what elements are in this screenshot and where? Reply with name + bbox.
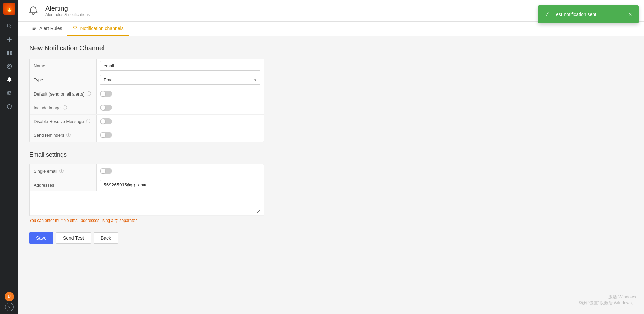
form-row-name: Name [30,59,264,73]
addresses-hint: You can enter multiple email addresses u… [29,218,633,223]
page-title: Alerting [45,5,90,12]
sidebar-item-create[interactable] [3,34,16,46]
info-icon-send-reminders[interactable]: ⓘ [66,132,71,138]
main-content: Alerting Alert rules & notifications Ale… [18,0,644,314]
svg-point-9 [8,66,10,67]
sidebar-item-search[interactable] [3,20,16,32]
email-settings-title: Email settings [29,151,633,159]
toggle-disable-resolve[interactable] [100,118,112,124]
tab-notification-channels[interactable]: Notification channels [67,22,129,36]
info-icon-disable-resolve[interactable]: ⓘ [86,118,90,124]
save-button[interactable]: Save [29,232,53,244]
svg-rect-7 [10,53,12,55]
value-type: Email [97,73,264,87]
section-title: New Notification Channel [29,44,633,52]
form-row-default: Default (send on all alerts) ⓘ [30,87,264,101]
svg-rect-6 [7,53,9,55]
header-icon [26,4,40,17]
form-row-include-image: Include image ⓘ [30,101,264,115]
value-send-reminders [97,130,264,140]
sidebar-item-dashboards[interactable] [3,47,16,59]
sidebar-item-shield[interactable] [3,101,16,113]
back-button[interactable]: Back [94,232,118,244]
button-row: Save Send Test Back [29,232,633,244]
send-test-button[interactable]: Send Test [56,232,91,244]
label-type: Type [30,73,97,87]
watermark-line1: 激活 Windows [579,294,636,300]
info-icon-single-email[interactable]: ⓘ [59,168,64,174]
toast-check-icon: ✓ [545,11,550,18]
type-select[interactable]: Email [100,75,260,85]
toast-message: Test notification sent [554,12,596,17]
svg-point-8 [7,64,11,69]
sidebar-bottom: U ? [5,292,14,311]
label-disable-resolve: Disable Resolve Message ⓘ [30,115,97,128]
form-row-addresses: Addresses 569265915@qq.com [30,178,264,216]
value-single-email [97,166,264,176]
tab-notification-channels-label: Notification channels [80,26,123,31]
user-avatar[interactable]: U [5,292,14,301]
tab-alert-rules-label: Alert Rules [39,26,62,31]
value-addresses: 569265915@qq.com [97,178,264,215]
page-subtitle: Alert rules & notifications [45,12,90,17]
label-addresses: Addresses [30,178,97,191]
sidebar-item-explore[interactable] [3,60,16,72]
toggle-single-email[interactable] [100,168,112,174]
form-row-send-reminders: Send reminders ⓘ [30,128,264,142]
svg-point-10 [9,92,10,94]
toggle-send-reminders[interactable] [100,132,112,138]
addresses-textarea[interactable]: 569265915@qq.com [100,180,260,213]
tab-bar: Alert Rules Notification channels [18,22,644,36]
svg-rect-5 [10,51,12,53]
app-logo[interactable]: 🔥 [3,3,15,15]
sidebar-item-settings[interactable] [3,87,16,99]
value-default [97,89,264,99]
label-single-email: Single email ⓘ [30,164,97,178]
label-send-reminders: Send reminders ⓘ [30,128,97,142]
info-icon-include-image[interactable]: ⓘ [63,105,67,111]
email-settings-form: Single email ⓘ Addresses 569265915@qq.co… [29,164,264,216]
svg-rect-4 [7,51,9,53]
sidebar-item-help[interactable]: ? [5,303,14,311]
label-default: Default (send on all alerts) ⓘ [30,87,97,101]
watermark-line2: 转到"设置"以激活 Windows。 [579,300,636,306]
toggle-include-image[interactable] [100,105,112,111]
sidebar-item-alerting[interactable] [3,74,16,86]
value-include-image [97,103,264,113]
value-disable-resolve [97,116,264,126]
form-row-single-email: Single email ⓘ [30,164,264,178]
name-input[interactable] [100,61,260,71]
header-text: Alerting Alert rules & notifications [45,5,90,17]
value-name [97,59,264,73]
label-include-image: Include image ⓘ [30,101,97,114]
sidebar: 🔥 U ? [0,0,18,314]
content-area: New Notification Channel Name Type Email [18,36,644,314]
form-row-type: Type Email [30,73,264,87]
toast-close-button[interactable]: × [628,11,632,18]
form-row-disable-resolve: Disable Resolve Message ⓘ [30,115,264,128]
toast-notification: ✓ Test notification sent × [538,5,639,23]
svg-line-1 [10,27,11,28]
toggle-default[interactable] [100,91,112,97]
notification-channel-form: Name Type Email Defaul [29,59,264,142]
info-icon-default[interactable]: ⓘ [87,91,91,97]
watermark: 激活 Windows 转到"设置"以激活 Windows。 [579,294,636,306]
type-select-wrapper: Email [100,75,260,85]
tab-alert-rules[interactable]: Alert Rules [26,22,67,36]
label-name: Name [30,59,97,73]
